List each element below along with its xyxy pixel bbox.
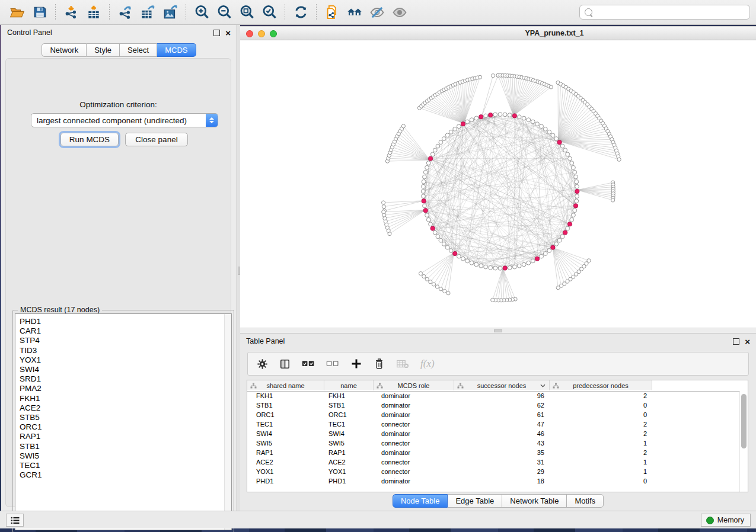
show-panels-button[interactable] [6,514,24,527]
delete-column-trash-icon[interactable] [374,358,385,370]
table-cell[interactable]: TEC1 [247,421,324,428]
close-panel-button[interactable]: Close panel [125,133,188,146]
table-cell[interactable]: 2 [550,392,652,399]
list-item[interactable]: SWI5 [15,451,224,461]
table-cell[interactable]: SWI5 [247,440,324,447]
list-item[interactable]: YOX1 [15,355,224,365]
table-cell[interactable]: 1 [550,459,652,466]
table-cell[interactable]: TEC1 [324,421,374,428]
column-header-shared-name[interactable]: shared name [247,380,324,390]
table-cell[interactable]: 96 [454,392,550,399]
table-cell[interactable]: PHD1 [247,477,324,485]
tab-style[interactable]: Style [87,43,120,57]
table-cell[interactable]: STB1 [247,402,324,409]
table-mode-gear-icon[interactable] [257,358,268,370]
table-cell[interactable]: 35 [454,449,550,456]
table-cell[interactable]: ORC1 [324,411,374,418]
refresh-network-button[interactable] [289,2,312,23]
network-window-titlebar[interactable]: YPA_prune.txt_1 [240,26,756,40]
search-input[interactable] [596,7,745,17]
table-cell[interactable]: 0 [550,477,652,485]
list-item[interactable]: SRD1 [15,374,224,384]
tab-motifs[interactable]: Motifs [567,494,604,508]
table-cell[interactable]: SWI4 [324,430,374,437]
show-all-button[interactable] [388,2,411,23]
table-cell[interactable]: 0 [550,402,652,409]
tab-mcds[interactable]: MCDS [157,43,196,57]
table-cell[interactable]: PHD1 [324,477,374,485]
list-item[interactable]: GCR1 [15,470,224,480]
table-cell[interactable]: 43 [454,440,550,447]
tab-edge-table[interactable]: Edge Table [448,494,502,508]
memory-button[interactable]: Memory [701,514,751,527]
splitter-handle[interactable] [238,267,240,275]
show-columns-icon[interactable] [279,358,291,370]
table-row[interactable]: YOX1YOX1connector291 [247,467,740,476]
table-cell[interactable]: dominator [374,392,454,399]
zoom-selected-button[interactable] [258,2,280,23]
share-document-button[interactable] [321,2,343,23]
table-cell[interactable]: connector [374,468,454,475]
table-cell[interactable]: connector [374,421,454,428]
mcds-result-list[interactable]: PHD1CAR1STP4TID3YOX1SWI4SRD1PMA2FKH1ACE2… [15,313,232,530]
list-item[interactable]: STP4 [15,336,224,345]
table-cell[interactable]: STB1 [324,402,374,409]
list-item[interactable]: STB1 [15,442,224,451]
table-cell[interactable]: connector [374,459,454,466]
float-panel-icon[interactable] [213,30,220,36]
table-row[interactable]: FKH1FKH1dominator962 [247,391,740,400]
table-row[interactable]: TEC1TEC1connector472 [247,419,740,429]
table-cell[interactable]: 61 [454,411,550,418]
table-cell[interactable]: 29 [454,468,550,475]
list-item[interactable]: TID3 [15,346,224,355]
table-cell[interactable]: ACE2 [324,459,374,466]
float-panel-icon[interactable] [733,338,739,345]
table-cell[interactable]: dominator [374,402,454,409]
table-scrollbar[interactable] [739,391,748,492]
column-header-name[interactable]: name [324,380,374,390]
create-column-plus-icon[interactable] [350,358,362,370]
list-item[interactable]: RAP1 [15,432,224,441]
table-row[interactable]: ACE2ACE2connector311 [247,457,740,467]
tab-select[interactable]: Select [120,43,157,57]
table-row[interactable]: ORC1ORC1dominator610 [247,410,740,419]
import-network-button[interactable] [60,2,82,23]
zoom-out-button[interactable] [213,2,235,23]
column-header-successor-nodes[interactable]: successor nodes [454,380,550,390]
table-cell[interactable]: FKH1 [247,392,324,399]
table-row[interactable]: RAP1RAP1dominator352 [247,448,740,457]
open-file-button[interactable] [6,2,28,23]
close-panel-icon[interactable]: × [745,339,750,344]
table-cell[interactable]: 2 [550,421,652,428]
table-cell[interactable]: ACE2 [247,459,324,466]
list-item[interactable]: ACE2 [15,403,224,413]
optimization-criterion-select[interactable]: largest connected component (undirected) [31,113,218,127]
list-item[interactable]: PHD1 [15,317,224,326]
list-item[interactable]: ORC1 [15,422,224,432]
tab-network[interactable]: Network [42,43,87,57]
table-cell[interactable]: FKH1 [324,392,374,399]
table-cell[interactable]: 47 [454,421,550,428]
table-cell[interactable]: 31 [454,459,550,466]
table-cell[interactable]: YOX1 [247,468,324,475]
close-panel-icon[interactable]: × [225,30,231,36]
table-cell[interactable]: SWI5 [324,440,374,447]
zoom-fit-button[interactable] [235,2,258,23]
table-cell[interactable]: 18 [454,477,550,485]
table-cell[interactable]: connector [374,440,454,447]
select-all-icon[interactable] [302,359,315,368]
list-item[interactable]: PMA2 [15,384,224,393]
table-cell[interactable]: 46 [454,430,550,437]
table-cell[interactable]: 1 [550,468,652,475]
tab-node-table[interactable]: Node Table [393,494,448,508]
list-item[interactable]: CAR1 [15,326,224,336]
table-row[interactable]: SWI4SWI4dominator462 [247,429,740,438]
list-item[interactable]: STB5 [15,413,224,422]
table-cell[interactable]: YOX1 [324,468,374,475]
tab-network-table[interactable]: Network Table [502,494,567,508]
run-mcds-button[interactable]: Run MCDS [60,133,119,146]
column-header-predecessor-nodes[interactable]: predecessor nodes [550,380,652,390]
first-neighbors-button[interactable] [343,2,366,23]
export-network-button[interactable] [114,2,136,23]
deselect-all-icon[interactable] [326,359,339,368]
